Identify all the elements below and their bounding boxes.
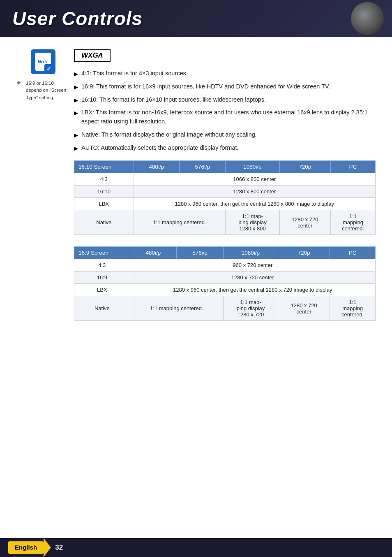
list-item-text: Native: This format displays the origina…: [81, 130, 257, 139]
row-data-col4: 1:1 mapping centered.: [330, 296, 376, 321]
table-row: 4:3 960 x 720 center: [74, 259, 376, 272]
note-icon-inner: NOTE ✓: [35, 53, 51, 71]
table-header-row: 16:10 Screen 480i/p 576i/p 1080i/p 720p …: [74, 161, 376, 173]
table-row: 16:10 1280 x 800 center: [74, 186, 376, 198]
col-header-480: 480i/p: [130, 247, 177, 259]
note-icon: NOTE ✓: [31, 49, 55, 74]
row-label: 16:10: [74, 186, 134, 198]
table-row: 4:3 1066 x 800 center: [74, 173, 376, 186]
list-item: ▶ 4:3: This format is for 4×3 input sour…: [74, 69, 376, 78]
footer-language: English: [15, 544, 37, 551]
note-text: 16:9 or 16:10 depend on "Screen Type" se…: [24, 80, 70, 101]
list-item-text: AUTO: Automatically selects the appropri…: [81, 144, 239, 153]
row-data-col3: 1280 x 720 center: [279, 210, 330, 235]
bullet-arrow-icon: ▶: [74, 131, 78, 139]
table-row: LBX 1280 x 960 center, then get the cent…: [74, 198, 376, 210]
col-header-pc: PC: [330, 247, 376, 259]
wxga-label: WXGA: [74, 49, 376, 69]
col-header-pc: PC: [330, 161, 375, 173]
col-header-1080: 1080i/p: [223, 247, 278, 259]
page-content: NOTE ✓ ❖ 16:9 or 16:10 depend on "Screen…: [0, 37, 392, 349]
col-header-576: 576i/p: [180, 161, 226, 173]
footer-divider-icon: [44, 538, 51, 557]
table-row: 16:9 1280 x 720 center: [74, 272, 376, 284]
bullet-arrow-icon: ▶: [74, 109, 78, 117]
main-content: WXGA ▶ 4:3: This format is for 4×3 input…: [74, 49, 376, 332]
list-item: ▶ AUTO: Automatically selects the approp…: [74, 144, 376, 153]
bullet-arrow-icon: ▶: [74, 144, 78, 153]
resolution-table-2: 16:9 Screen 480i/p 576i/p 1080i/p 720p P…: [74, 246, 376, 321]
row-data: 1280 x 800 center: [134, 186, 375, 198]
list-item: ▶ 16:10: This format is for 16×10 input …: [74, 95, 376, 104]
list-item: ▶ 16:9: This format is for 16×9 input so…: [74, 82, 376, 91]
table-16-10: 16:10 Screen 480i/p 576i/p 1080i/p 720p …: [74, 160, 376, 235]
table-header-row: 16:9 Screen 480i/p 576i/p 1080i/p 720p P…: [74, 247, 376, 259]
row-data: 1280 x 720 center: [130, 272, 375, 284]
note-box: NOTE ✓ ❖ 16:9 or 16:10 depend on "Screen…: [16, 49, 70, 101]
table-row: Native 1:1 mapping centered. 1:1 map- pi…: [74, 210, 376, 235]
row-data-col4: 1:1 mapping centered.: [330, 210, 375, 235]
row-label: LBX: [74, 284, 130, 296]
row-label: Native: [74, 210, 134, 235]
table-row: Native 1:1 mapping centered. 1:1 map- pi…: [74, 296, 376, 321]
row-data-col3: 1280 x 720 center: [278, 296, 330, 321]
bullet-arrow-icon: ▶: [74, 96, 78, 104]
row-label: 4:3: [74, 173, 134, 186]
row-data: 1280 x 960 center, then get the central …: [130, 284, 375, 296]
col-header-screen: 16:9 Screen: [74, 247, 130, 259]
note-checkmark: ✓: [44, 64, 53, 73]
note-icon-text: NOTE: [38, 59, 48, 64]
col-header-480: 480i/p: [134, 161, 180, 173]
list-item: ▶ Native: This format displays the origi…: [74, 130, 376, 139]
row-data-col1: 1:1 mapping centered.: [130, 296, 223, 321]
col-header-1080: 1080i/p: [226, 161, 279, 173]
list-item: ▶ LBX: This format is for non-16x9, lett…: [74, 108, 376, 126]
bullet-arrow-icon: ▶: [74, 83, 78, 91]
row-label: Native: [74, 296, 130, 321]
col-header-screen: 16:10 Screen: [74, 161, 134, 173]
page-footer: English 32: [0, 538, 392, 557]
list-item-text: 16:10: This format is for 16×10 input so…: [81, 95, 266, 104]
table-row: LBX 1280 x 960 center, then get the cent…: [74, 284, 376, 296]
row-label: 4:3: [74, 259, 130, 272]
list-item-text: LBX: This format is for non-16x9, letter…: [81, 108, 376, 126]
footer-language-badge: English: [8, 541, 44, 554]
list-item-text: 16:9: This format is for 16×9 input sour…: [81, 82, 330, 91]
col-header-720: 720p: [279, 161, 330, 173]
footer-page-number: 32: [55, 543, 63, 552]
row-data-col2: 1:1 map- ping display 1280 x 800: [226, 210, 279, 235]
list-item-text: 4:3: This format is for 4×3 input source…: [81, 69, 188, 78]
row-label: 16:9: [74, 272, 130, 284]
logo-image: [351, 2, 384, 35]
row-label: LBX: [74, 198, 134, 210]
row-data: 1280 x 960 center, then get the central …: [134, 198, 375, 210]
table-16-9: 16:9 Screen 480i/p 576i/p 1080i/p 720p P…: [74, 246, 376, 321]
col-header-576: 576i/p: [177, 247, 224, 259]
bullet-arrow-icon: ▶: [74, 70, 78, 78]
format-list: ▶ 4:3: This format is for 4×3 input sour…: [74, 69, 376, 152]
note-bullet-icon: ❖: [16, 80, 21, 86]
row-data: 960 x 720 center: [130, 259, 375, 272]
page-header: User Controls: [0, 0, 392, 37]
resolution-table-1: 16:10 Screen 480i/p 576i/p 1080i/p 720p …: [74, 160, 376, 235]
sidebar: NOTE ✓ ❖ 16:9 or 16:10 depend on "Screen…: [16, 49, 74, 332]
page-title: User Controls: [12, 7, 143, 30]
col-header-720: 720p: [278, 247, 330, 259]
row-data-col1: 1:1 mapping centered.: [134, 210, 226, 235]
row-data: 1066 x 800 center: [134, 173, 375, 186]
row-data-col2: 1:1 map- ping display 1280 x 720: [223, 296, 278, 321]
